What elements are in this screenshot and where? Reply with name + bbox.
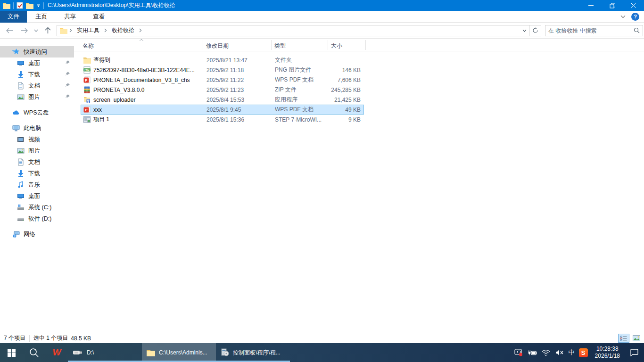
new-folder-icon[interactable] xyxy=(26,2,33,9)
file-size: 245,285 KB xyxy=(329,87,363,93)
sidebar-item-label: 文档 xyxy=(28,82,40,90)
sidebar-item-label: 桌面 xyxy=(28,192,40,200)
sidebar-item-videos[interactable]: 视频 xyxy=(0,134,74,145)
sidebar-item-pictures[interactable]: 图片 xyxy=(0,91,74,103)
column-resize-handle[interactable] xyxy=(328,40,328,50)
taskbar-app-drive-d[interactable]: D:\ xyxy=(68,343,142,362)
sidebar-item-music[interactable]: 音乐 xyxy=(0,179,74,190)
file-row[interactable]: P PRONETA_Documentation_V3_8_chs 2025/9/… xyxy=(81,75,364,85)
search-input[interactable] xyxy=(548,27,634,34)
details-view-icon xyxy=(620,336,627,341)
expand-ribbon-icon[interactable] xyxy=(620,15,626,18)
qat-dropdown-icon[interactable] xyxy=(36,4,41,8)
column-resize-handle[interactable] xyxy=(365,40,366,50)
navigation-bar: 实用工具 收拾收拾 xyxy=(0,23,644,39)
taskbar-wps-button[interactable]: W xyxy=(45,343,68,362)
tab-view[interactable]: 查看 xyxy=(84,11,113,23)
recent-locations-icon[interactable] xyxy=(32,25,40,37)
drive-c-icon xyxy=(17,204,25,211)
ime-indicator[interactable]: 中 xyxy=(569,348,575,357)
drive-icon xyxy=(17,215,25,222)
tab-share[interactable]: 共享 xyxy=(56,11,84,23)
sidebar-item-downloads-pc[interactable]: 下载 xyxy=(0,168,74,179)
sidebar-item-drive-c[interactable]: 系统 (C:) xyxy=(0,202,74,213)
sidebar-item-wps-cloud[interactable]: WPS云盘 xyxy=(0,107,74,118)
sidebar-item-desktop[interactable]: 桌面 xyxy=(0,58,74,69)
sync-app-tray-icon[interactable] xyxy=(514,349,523,356)
document-icon xyxy=(17,82,25,90)
column-header-date[interactable]: 修改日期 xyxy=(206,42,229,50)
help-icon[interactable]: ? xyxy=(631,13,639,21)
sidebar-item-network[interactable]: 网络 xyxy=(0,229,74,240)
power-battery-tray-icon[interactable] xyxy=(528,350,537,356)
sidebar-item-downloads[interactable]: 下载 xyxy=(0,69,74,80)
taskbar-search-button[interactable] xyxy=(23,343,45,362)
file-type: STEP 7-MicroWI... xyxy=(275,116,329,123)
taskbar-app-explorer[interactable]: C:\Users\Adminis... xyxy=(142,343,216,362)
sidebar-item-quick-access[interactable]: 快速访问 xyxy=(0,46,74,58)
refresh-icon[interactable] xyxy=(529,25,541,36)
file-row[interactable]: PNG 75262D97-8B30-48a0-8E3B-122E44E... 2… xyxy=(81,65,364,75)
computer-icon xyxy=(12,124,20,132)
breadcrumb-item[interactable]: 收拾收拾 xyxy=(109,25,137,36)
address-bar[interactable]: 实用工具 收拾收拾 xyxy=(57,25,541,36)
file-row[interactable]: 项目 1 2025/8/1 15:36 STEP 7-MicroWI... 9 … xyxy=(81,115,364,124)
breadcrumb-separator-icon xyxy=(68,28,73,33)
details-view-button[interactable] xyxy=(618,334,629,343)
action-center-icon[interactable] xyxy=(627,349,641,356)
sidebar-item-this-pc[interactable]: 此电脑 xyxy=(0,123,74,134)
tab-file[interactable]: 文件 xyxy=(0,11,27,23)
file-row[interactable]: screen_uploader 2025/8/4 15:53 应用程序 21,4… xyxy=(81,95,364,105)
up-button[interactable] xyxy=(41,25,54,37)
file-row[interactable]: PRONETA_V3.8.0.0 2025/9/2 11:23 ZIP 文件 2… xyxy=(81,85,364,95)
close-button[interactable] xyxy=(623,0,644,11)
back-button[interactable] xyxy=(4,25,16,37)
sidebar-item-documents-pc[interactable]: 文档 xyxy=(0,156,74,168)
sidebar-item-label: 桌面 xyxy=(28,59,40,67)
volume-muted-tray-icon[interactable] xyxy=(555,349,564,356)
breadcrumb-separator-icon xyxy=(103,28,108,33)
column-header-size[interactable]: 大小 xyxy=(331,42,342,50)
sidebar-item-pictures-pc[interactable]: 图片 xyxy=(0,145,74,156)
file-size: 146 KB xyxy=(329,67,363,74)
column-header-name[interactable]: 名称 xyxy=(83,42,94,50)
file-row-selected[interactable]: P xxx 2025/8/1 9:45 WPS PDF 文档 49 KB xyxy=(81,105,364,115)
restore-button[interactable] xyxy=(602,0,623,11)
network-icon xyxy=(12,230,20,238)
window-controls xyxy=(580,0,644,11)
column-headers: 名称 修改日期 类型 大小 xyxy=(74,39,644,51)
search-icon[interactable] xyxy=(634,27,640,33)
breadcrumb-item[interactable]: 实用工具 xyxy=(74,25,102,36)
title-bar: C:\Users\Administrator\Desktop\实用工具\收拾收拾 xyxy=(0,0,644,11)
sidebar-item-desktop-pc[interactable]: 桌面 xyxy=(0,190,74,202)
view-toggles xyxy=(618,334,644,343)
sidebar-item-drive-d[interactable]: 软件 (D:) xyxy=(0,213,74,224)
file-row[interactable]: 查得到 2025/8/21 13:47 文件夹 xyxy=(81,55,364,65)
address-dropdown-icon[interactable] xyxy=(519,25,529,36)
taskbar-clock[interactable]: 10:28:38 2026/1/18 xyxy=(592,346,623,360)
toolbar-separator xyxy=(43,2,44,9)
sidebar-item-label: 快速访问 xyxy=(24,48,47,56)
sidebar-item-documents[interactable]: 文档 xyxy=(0,80,74,91)
thumbnail-view-button[interactable] xyxy=(631,334,642,343)
start-button[interactable] xyxy=(0,343,23,362)
search-box[interactable] xyxy=(545,25,643,36)
clock-time: 10:28:38 xyxy=(595,346,620,353)
taskbar-app-control-panel[interactable]: 控制面板\程序\程... xyxy=(216,343,290,362)
wifi-tray-icon[interactable] xyxy=(541,349,551,356)
desktop-icon xyxy=(17,59,25,67)
windows-logo-icon xyxy=(8,349,16,357)
sogou-input-icon[interactable]: S xyxy=(579,348,588,357)
taskbar-app-label: D:\ xyxy=(87,349,94,356)
forward-button[interactable] xyxy=(18,25,30,37)
file-name: xxx xyxy=(93,107,206,113)
taskbar-app-label: C:\Users\Adminis... xyxy=(159,349,207,356)
column-resize-handle[interactable] xyxy=(203,40,203,50)
properties-icon[interactable] xyxy=(17,2,23,9)
file-date: 2025/8/21 13:47 xyxy=(206,57,275,64)
minimize-button[interactable] xyxy=(580,0,602,11)
column-header-type[interactable]: 类型 xyxy=(274,42,286,50)
column-resize-handle[interactable] xyxy=(271,40,272,50)
tab-home[interactable]: 主页 xyxy=(27,11,56,23)
usb-drive-icon xyxy=(73,349,83,356)
